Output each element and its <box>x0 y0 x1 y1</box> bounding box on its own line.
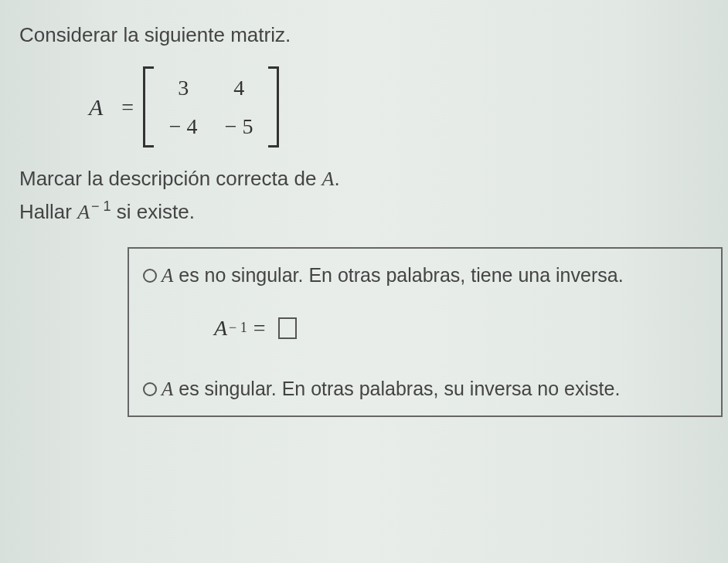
instruction2-post: si existe. <box>111 200 195 223</box>
inverse-var: A <box>214 316 227 341</box>
option2-var: A <box>162 378 173 399</box>
option2-desc: es singular. En otras palabras, su inver… <box>173 378 620 399</box>
matrix-brackets: 3 4 − 4 − 5 <box>143 66 279 148</box>
instruction2-pre: Hallar <box>19 200 77 223</box>
option1-text: A es no singular. En otras palabras, tie… <box>162 264 624 287</box>
instruction-mark: Marcar la descripción correcta de A. <box>19 167 709 191</box>
option-singular[interactable]: A es singular. En otras palabras, su inv… <box>129 362 721 415</box>
matrix-cell-r1c1: 3 <box>168 76 199 100</box>
option-nonsingular[interactable]: A es no singular. En otras palabras, tie… <box>129 249 721 302</box>
equals-sign: = <box>121 95 134 120</box>
matrix-cell-r2c1: − 4 <box>168 114 199 139</box>
instruction2-exp: − 1 <box>91 198 111 214</box>
matrix-equation: A = 3 4 − 4 − 5 <box>89 66 709 148</box>
question-intro: Considerar la siguiente matriz. <box>19 23 709 47</box>
matrix-cell-r2c2: − 5 <box>223 114 254 139</box>
bracket-right-icon <box>268 66 279 148</box>
instruction2-var: A <box>77 201 90 223</box>
instruction1-var: A <box>322 168 335 190</box>
option1-var: A <box>162 265 173 286</box>
instruction1-pre: Marcar la descripción correcta de <box>19 167 322 190</box>
instruction-find: Hallar A− 1 si existe. <box>19 198 709 224</box>
inverse-exp: − 1 <box>229 320 247 336</box>
radio-icon[interactable] <box>143 269 157 283</box>
matrix-grid: 3 4 − 4 − 5 <box>154 68 268 147</box>
inverse-equals: = <box>253 316 266 341</box>
options-container: A es no singular. En otras palabras, tie… <box>128 247 723 417</box>
instruction1-post: . <box>335 167 340 190</box>
bracket-left-icon <box>143 66 154 148</box>
matrix-variable-label: A <box>89 94 103 120</box>
radio-icon[interactable] <box>143 382 157 396</box>
matrix-cell-r1c2: 4 <box>223 76 254 100</box>
inverse-answer-input[interactable] <box>278 317 297 339</box>
option1-desc: es no singular. En otras palabras, tiene… <box>173 264 623 286</box>
option2-text: A es singular. En otras palabras, su inv… <box>162 378 620 400</box>
inverse-equation: A− 1 = <box>129 302 721 362</box>
